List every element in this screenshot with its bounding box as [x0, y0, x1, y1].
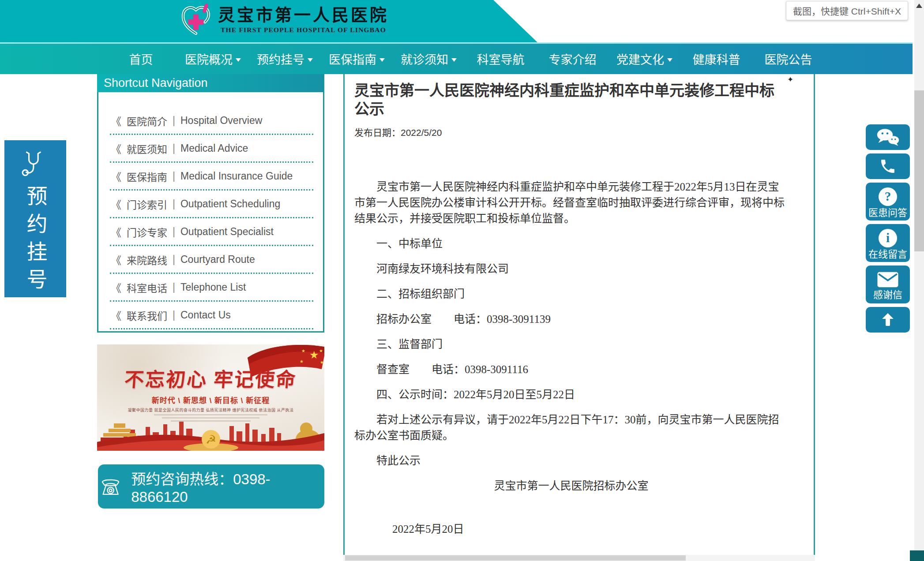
floating-action-buttons: ? 医患问答 i 在线留言 感谢信 [866, 124, 910, 333]
announcement-article: 灵宝市第一人民医院神经内科重症监护和卒中单元装修工程中标公示 发布日期：2022… [343, 74, 815, 555]
screenshot-shortcut-tooltip: 截图，快捷键 Ctrl+Shift+X [786, 1, 908, 20]
chevron-down-icon [667, 58, 672, 62]
back-to-top-button[interactable] [866, 307, 910, 333]
guillemet-icon: 《 [111, 224, 121, 239]
shortcut-navigation-panel: Shortcut Navigation 《 医院简介|Hospital Over… [97, 74, 324, 333]
scrollbar-up-arrow-icon[interactable] [916, 4, 922, 8]
banner-subline: 新时代 \ 新思想 \ 新目标 \ 新征程 [97, 394, 324, 405]
article-paragraph: 四、公示时间：2022年5月20日至5月22日 [354, 387, 788, 403]
article-paragraph: 灵宝市第一人民医院神经内科重症监护和卒中单元装修工程于2022年5月13日在灵宝… [354, 179, 788, 227]
svg-text:★: ★ [300, 359, 304, 364]
article-signature-date: 2022年5月20日 [392, 521, 788, 537]
info-icon: i [879, 229, 897, 247]
thank-letter-button[interactable]: 感谢信 [866, 266, 910, 303]
sidebar-item-hospital-overview[interactable]: 《 医院简介|Hospital Overview [110, 107, 313, 135]
qa-button[interactable]: ? 医患问答 [866, 183, 910, 221]
nav-department-guide[interactable]: 科室导航 [465, 50, 537, 67]
vertical-scrollbar[interactable] [914, 0, 924, 561]
phone-icon [879, 157, 897, 175]
article-paragraph: 招标办公室 电话：0398-3091139 [354, 311, 788, 327]
horizontal-scrollbar-thumb[interactable] [345, 555, 686, 561]
guillemet-icon: 《 [111, 141, 121, 156]
red-skyline-graphic: ☭ [97, 407, 324, 451]
svg-text:☭: ☭ [206, 433, 216, 446]
banner-headline: 不忘初心 牢记使命 [97, 364, 324, 392]
article-title: 灵宝市第一人民医院神经内科重症监护和卒中单元装修工程中标公示 [354, 81, 788, 118]
question-mark-icon: ? [879, 187, 897, 206]
phone-button[interactable] [866, 153, 910, 179]
quick-banner-label: 预约挂号 [20, 185, 51, 296]
hotline-label: 预约咨询热线：0398-8866120 [131, 468, 324, 505]
nav-party-culture[interactable]: 党建文化 [608, 50, 680, 67]
article-paragraph: 二、招标组织部门 [354, 286, 788, 302]
article-paragraph: 若对上述公示有异议，请于2022年5月22日下午17：30前，向灵宝市第一人民医… [354, 412, 788, 444]
wechat-icon [875, 127, 900, 147]
online-message-label: 在线留言 [868, 250, 907, 259]
sidebar-item-telephone-list[interactable]: 《 科室电话|Telephone List [110, 274, 313, 302]
wechat-button[interactable] [866, 124, 910, 150]
article-paragraph: 三、监督部门 [354, 337, 788, 352]
site-header: 灵宝市第一人民医院 THE FIRST PEOPLE HOSPITAL OF L… [0, 0, 924, 42]
envelope-icon [876, 271, 899, 288]
article-signature-org: 灵宝市第一人民医院招标办公室 [354, 478, 788, 494]
vertical-scrollbar-thumb[interactable] [914, 90, 924, 251]
nav-announcements[interactable]: 医院公告 [752, 50, 824, 67]
chevron-down-icon [236, 58, 241, 62]
party-propaganda-banner[interactable]: ★ ★ ★ ★ ★ 不忘初心 牢记使命 新时代 \ 新思想 \ 新目标 \ 新征… [97, 344, 324, 451]
article-publish-date: 发布日期：2022/5/20 [354, 125, 788, 138]
svg-text:★: ★ [309, 349, 319, 361]
article-paragraph: 特此公示 [354, 453, 788, 469]
shortcut-navigation-list: 《 医院简介|Hospital Overview 《 就医须知|Medical … [98, 92, 323, 329]
nav-experts[interactable]: 专家介绍 [537, 50, 608, 67]
sidebar-item-contact-us[interactable]: 《 联系我们|Contact Us [110, 302, 313, 329]
svg-text:★: ★ [319, 348, 323, 353]
logo-text: 灵宝市第一人民医院 THE FIRST PEOPLE HOSPITAL OF L… [218, 6, 389, 34]
chevron-down-icon [379, 58, 385, 62]
shortcut-navigation-title: Shortcut Navigation [97, 74, 324, 92]
hospital-name-zh: 灵宝市第一人民医院 [218, 6, 389, 25]
svg-text:★: ★ [301, 348, 305, 353]
stethoscope-icon [21, 150, 50, 179]
article-body: 灵宝市第一人民医院神经内科重症监护和卒中单元装修工程于2022年5月13日在灵宝… [354, 179, 788, 537]
telephone-icon [98, 475, 123, 498]
nav-health-science[interactable]: 健康科普 [680, 50, 752, 67]
nav-visit-notice[interactable]: 就诊须知 [393, 50, 465, 67]
chevron-down-icon [308, 58, 313, 62]
online-message-button[interactable]: i 在线留言 [866, 224, 910, 262]
guillemet-icon: 《 [111, 252, 121, 267]
nav-appointment[interactable]: 预约挂号 [249, 50, 321, 67]
scrollbar-corner-block [910, 550, 924, 561]
appointment-quick-banner[interactable]: 预约挂号 [4, 140, 66, 297]
nav-home[interactable]: 首页 [105, 50, 177, 67]
appointment-hotline-button[interactable]: 预约咨询热线：0398-8866120 [98, 464, 324, 509]
chevron-down-icon [451, 58, 457, 62]
qa-label: 医患问答 [868, 208, 907, 218]
guillemet-icon: 《 [111, 196, 121, 212]
sidebar-item-outpatient-scheduling[interactable]: 《 门诊索引|Outpatient Scheduling [110, 191, 313, 218]
main-nav: 首页 医院概况 预约挂号 医保指南 就诊须知 科室导航 专家介绍 党建文化 健康… [0, 42, 913, 74]
article-paragraph: 河南绿友环境科技有限公司 [354, 261, 788, 277]
article-paragraph: 督查室 电话：0398-3091116 [354, 362, 788, 378]
guillemet-icon: 《 [111, 113, 121, 128]
sidebar-item-medical-advice[interactable]: 《 就医须知|Medical Advice [110, 135, 313, 163]
sidebar-item-insurance-guide[interactable]: 《 医保指南|Medical Insurance Guide [110, 163, 313, 191]
arrow-up-icon [880, 312, 896, 328]
nav-hospital-overview[interactable]: 医院概况 [177, 50, 249, 67]
sidebar-item-courtyard-route[interactable]: 《 来院路线|Courtyard Route [110, 246, 313, 274]
guillemet-icon: 《 [111, 307, 121, 323]
guillemet-icon: 《 [111, 280, 121, 295]
hospital-logo[interactable]: 灵宝市第一人民医院 THE FIRST PEOPLE HOSPITAL OF L… [180, 3, 389, 37]
thank-letter-label: 感谢信 [873, 290, 902, 300]
article-paragraph: 一、中标单位 [354, 236, 788, 252]
nav-insurance-guide[interactable]: 医保指南 [321, 50, 393, 67]
hospital-name-en: THE FIRST PEOPLE HOSPITAL OF LINGBAO [221, 26, 386, 34]
hospital-website-page: 灵宝市第一人民医院 THE FIRST PEOPLE HOSPITAL OF L… [0, 0, 924, 561]
guillemet-icon: 《 [111, 168, 121, 184]
heart-cross-logo-icon [180, 3, 212, 37]
cursor-star: ✦ [787, 75, 793, 84]
content-horizontal-scrollbar[interactable] [343, 555, 815, 561]
sidebar-item-outpatient-specialist[interactable]: 《 门诊专家|Outpatient Specialist [110, 218, 313, 246]
